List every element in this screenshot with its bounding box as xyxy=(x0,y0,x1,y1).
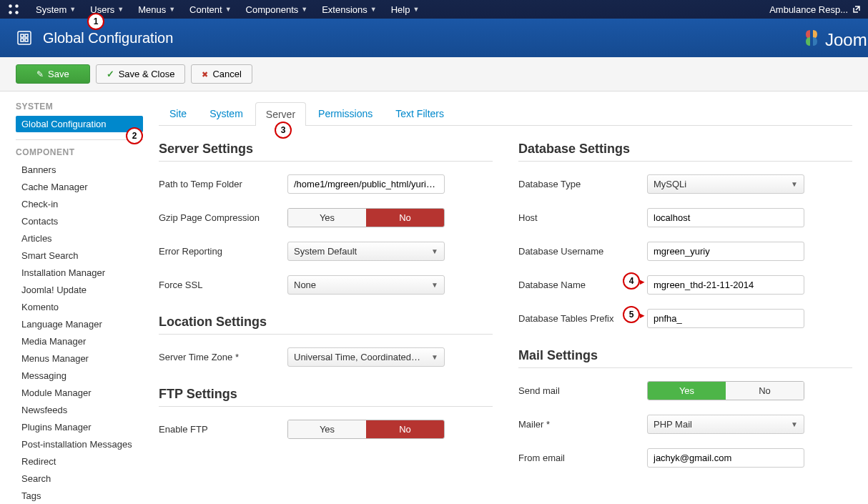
sidebar-item-cache-manager[interactable]: Cache Manager xyxy=(16,179,143,195)
sidebar-heading-system: SYSTEM xyxy=(16,102,143,112)
toggle-ftp-yes[interactable]: Yes xyxy=(288,420,366,438)
toggle-gzip-no[interactable]: No xyxy=(366,209,444,227)
caret-down-icon: ▼ xyxy=(169,6,175,13)
section-database-settings: Database Settings xyxy=(518,142,852,162)
input-db-name[interactable] xyxy=(647,275,804,295)
menu-components[interactable]: Components▼ xyxy=(239,1,315,18)
label-gzip: Gzip Page Compression xyxy=(159,212,287,223)
sidebar-item-articles[interactable]: Articles xyxy=(16,230,143,247)
sidebar-item-banners[interactable]: Banners xyxy=(16,162,143,178)
top-menu: System▼ Users▼ Menus▼ Content▼ Component… xyxy=(29,1,426,18)
input-db-prefix[interactable] xyxy=(647,309,804,328)
select-force-ssl[interactable]: None▼ xyxy=(287,275,445,295)
sidebar-item-messaging[interactable]: Messaging xyxy=(16,367,143,384)
sidebar-item-redirect[interactable]: Redirect xyxy=(16,453,143,470)
sidebar-item-newsfeeds[interactable]: Newsfeeds xyxy=(16,402,143,418)
toggle-ftp-no[interactable]: No xyxy=(366,420,444,438)
select-db-type[interactable]: MySQLi▼ xyxy=(647,174,804,194)
tab-site[interactable]: Site xyxy=(159,102,197,125)
toggle-send-mail[interactable]: Yes No xyxy=(647,381,804,400)
svg-point-3 xyxy=(15,11,19,14)
section-ftp-settings: FTP Settings xyxy=(159,387,493,407)
brand-logo: Joom xyxy=(797,19,868,57)
caret-down-icon: ▼ xyxy=(69,6,76,13)
sidebar-item-contacts[interactable]: Contacts xyxy=(16,213,143,229)
sidebar-item-check-in[interactable]: Check-in xyxy=(16,196,143,212)
menu-help[interactable]: Help▼ xyxy=(384,1,427,18)
caret-down-icon: ▼ xyxy=(431,281,438,289)
svg-point-2 xyxy=(9,11,12,14)
menu-menus[interactable]: Menus▼ xyxy=(131,1,182,18)
label-timezone: Server Time Zone * xyxy=(159,352,287,362)
sidebar-item-smart-search[interactable]: Smart Search xyxy=(16,247,143,264)
sidebar-item-installation-manager[interactable]: Installation Manager xyxy=(16,265,143,281)
main-panel: Site System Server Permissions Text Filt… xyxy=(159,102,852,504)
label-temp-path: Path to Temp Folder xyxy=(159,179,287,189)
svg-rect-4 xyxy=(18,31,31,44)
save-close-button[interactable]: Save & Close xyxy=(96,64,186,84)
caret-down-icon: ▼ xyxy=(791,180,798,188)
input-db-user[interactable] xyxy=(647,242,804,261)
toggle-gzip-yes[interactable]: Yes xyxy=(288,209,366,227)
select-error-reporting[interactable]: System Default▼ xyxy=(287,242,445,261)
label-force-ssl: Force SSL xyxy=(159,280,287,290)
toggle-mail-no[interactable]: No xyxy=(726,382,804,400)
sidebar-item-module-manager[interactable]: Module Manager xyxy=(16,385,143,401)
select-timezone[interactable]: Universal Time, Coordinated (...▼ xyxy=(287,347,445,367)
menu-system[interactable]: System▼ xyxy=(29,1,83,18)
select-mailer[interactable]: PHP Mail▼ xyxy=(647,415,804,434)
label-enable-ftp: Enable FTP xyxy=(159,424,287,435)
section-server-settings: Server Settings xyxy=(159,142,493,162)
sidebar-item-media-manager[interactable]: Media Manager xyxy=(16,333,143,350)
sidebar: SYSTEM Global Configuration 2 COMPONENT … xyxy=(16,102,143,504)
apply-icon xyxy=(36,69,44,79)
caret-down-icon: ▼ xyxy=(431,353,438,361)
caret-down-icon: ▼ xyxy=(117,6,124,13)
caret-down-icon: ▼ xyxy=(791,420,798,428)
tab-permissions[interactable]: Permissions xyxy=(307,102,383,125)
tab-server[interactable]: Server xyxy=(255,102,306,126)
menu-extensions[interactable]: Extensions▼ xyxy=(315,1,384,18)
topnav-site-link[interactable]: Ambulance Resp... xyxy=(769,4,861,15)
sidebar-item-komento[interactable]: Komento xyxy=(16,299,143,315)
tab-text-filters[interactable]: Text Filters xyxy=(385,102,455,125)
action-toolbar: Save Save & Close Cancel xyxy=(0,57,868,92)
save-button[interactable]: Save xyxy=(16,64,90,84)
sidebar-item-plugins-manager[interactable]: Plugins Manager xyxy=(16,419,143,435)
toggle-gzip[interactable]: Yes No xyxy=(287,208,445,227)
sidebar-item-tags[interactable]: Tags xyxy=(16,488,143,504)
cancel-icon xyxy=(202,69,208,79)
svg-rect-6 xyxy=(25,34,28,37)
caret-down-icon: ▼ xyxy=(413,6,419,13)
title-bar: Global Configuration Joom xyxy=(0,19,868,57)
tab-system[interactable]: System xyxy=(199,102,254,125)
input-temp-path[interactable] xyxy=(287,174,445,194)
sidebar-item-language-manager[interactable]: Language Manager xyxy=(16,316,143,332)
top-navbar: System▼ Users▼ Menus▼ Content▼ Component… xyxy=(0,0,868,19)
sidebar-item-search[interactable]: Search xyxy=(16,470,143,487)
caret-down-icon: ▼ xyxy=(301,6,307,13)
label-db-host: Host xyxy=(518,212,647,223)
label-send-mail: Send mail xyxy=(518,385,647,396)
config-tabs: Site System Server Permissions Text Filt… xyxy=(159,102,852,126)
svg-rect-5 xyxy=(21,34,24,37)
menu-content[interactable]: Content▼ xyxy=(182,1,238,18)
section-location-settings: Location Settings xyxy=(159,315,493,335)
sidebar-divider xyxy=(16,139,143,140)
label-db-prefix: Database Tables Prefix xyxy=(518,313,647,324)
cancel-button[interactable]: Cancel xyxy=(191,64,252,84)
sidebar-item-menus-manager[interactable]: Menus Manager xyxy=(16,350,143,367)
menu-users[interactable]: Users▼ xyxy=(83,1,131,18)
toggle-enable-ftp[interactable]: Yes No xyxy=(287,420,445,439)
sidebar-item-global-configuration[interactable]: Global Configuration xyxy=(16,116,143,132)
sidebar-item-post-installation-messages[interactable]: Post-installation Messages xyxy=(16,436,143,453)
input-from-email[interactable] xyxy=(647,448,804,468)
check-icon xyxy=(107,69,114,79)
svg-rect-7 xyxy=(21,39,24,41)
label-from-email: From email xyxy=(518,453,647,463)
toggle-mail-yes[interactable]: Yes xyxy=(648,382,726,400)
svg-point-1 xyxy=(15,4,19,8)
sidebar-item-joomla-update[interactable]: Joomla! Update xyxy=(16,282,143,298)
input-db-host[interactable] xyxy=(647,208,804,227)
label-mailer: Mailer * xyxy=(518,419,647,430)
